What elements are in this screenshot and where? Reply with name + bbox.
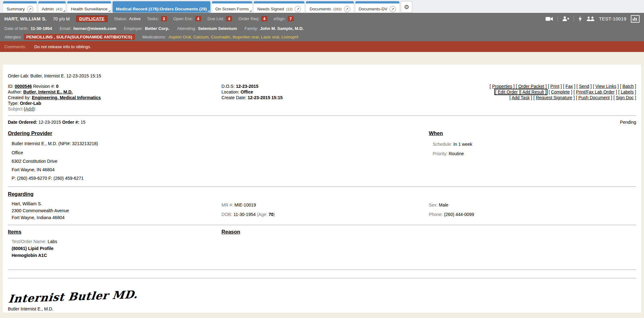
order-status: Pending bbox=[620, 120, 636, 125]
sex-value: Male bbox=[439, 202, 448, 207]
system-id: TEST-10019 bbox=[599, 16, 626, 21]
tab-admin[interactable]: Admin (41) bbox=[38, 1, 66, 13]
regarding-patient-block: Hart, William S. 2300 Commonwealth Avenu… bbox=[8, 200, 221, 221]
add-task-link[interactable]: Add Task bbox=[509, 95, 532, 100]
duplicate-badge[interactable]: DUPLICATE bbox=[76, 15, 108, 22]
tab-label: Summary bbox=[7, 7, 25, 11]
esign-count-badge[interactable]: 7 bbox=[288, 16, 294, 21]
video-camera-icon[interactable] bbox=[546, 16, 553, 21]
external-link-icon[interactable]: ↗ bbox=[295, 6, 301, 12]
batch-link[interactable]: Batch bbox=[620, 84, 636, 89]
patient-header-bar: HART, WILLIAM S. 70 y/o M DUPLICATE Stat… bbox=[0, 13, 644, 24]
tab-needs-signed[interactable]: Needs Signed (12) ↗ bbox=[254, 1, 304, 13]
author-link[interactable]: Butler, Internist E., M.D. bbox=[23, 89, 73, 94]
medication-link[interactable]: Lisinopril bbox=[279, 35, 298, 39]
create-date-value: 12-23-2015 15:15 bbox=[248, 95, 283, 100]
allergies-badge[interactable]: PENICILLINS , SULFA(SULFONAMIDE ANTIBIOT… bbox=[24, 34, 135, 40]
location-value: Office bbox=[241, 89, 253, 94]
medication-link[interactable]: Aspirin Oral bbox=[169, 35, 191, 39]
document-view: Order-Lab: Butler, Internist E. 12-23-20… bbox=[3, 65, 641, 313]
document-actions: Properties Order Packet Print Fax Send V… bbox=[404, 83, 636, 112]
tab-label: Admin bbox=[42, 7, 54, 11]
signature-image: Internist Butler MD. bbox=[8, 288, 138, 305]
email-value: horner@mieweb.com bbox=[73, 26, 116, 31]
tab-documents[interactable]: Documents (283) ↗ bbox=[306, 1, 353, 13]
open-enc-counter: Open Enc: 4 bbox=[173, 16, 201, 21]
settings-gear-button[interactable]: ⚙ bbox=[401, 1, 412, 13]
ordering-provider-block: Butler Internist E., M.D. (NPI#: 3213213… bbox=[8, 139, 429, 183]
add-result-link[interactable]: Add Result bbox=[520, 89, 546, 94]
complete-link[interactable]: Complete bbox=[548, 89, 572, 94]
regarding-heading: Regarding bbox=[8, 191, 636, 197]
bar-chart-icon[interactable] bbox=[631, 15, 640, 23]
tab-label: Medical Record (176):Orders Documents (2… bbox=[116, 7, 207, 11]
allergies-medications-row: Allergies: PENICILLINS , SULFA(SULFONAMI… bbox=[0, 33, 644, 41]
regarding-contact-block: Sex: Male Phone: (260) 444-0099 bbox=[429, 200, 636, 221]
patient-name: HART, WILLIAM S. bbox=[4, 16, 47, 21]
tasks-count-badge[interactable]: 3 bbox=[161, 16, 167, 21]
order-req-counter: Order Req: 4 bbox=[238, 16, 267, 21]
view-links-link[interactable]: View Links bbox=[593, 84, 619, 89]
tab-medical-record-orders-documents[interactable]: Medical Record (176):Orders Documents (2… bbox=[113, 1, 210, 13]
due-list-count-badge[interactable]: 4 bbox=[226, 16, 232, 21]
tab-count: (12) bbox=[286, 7, 292, 11]
tab-label: Health Surveillance bbox=[71, 7, 107, 11]
date-of-birth-value: 11-30-1954 bbox=[31, 26, 52, 31]
created-by-link[interactable]: Engineering, Medical Informatics bbox=[32, 95, 101, 100]
ordering-provider-heading: Ordering Provider bbox=[8, 130, 429, 136]
gear-icon: ⚙ bbox=[404, 3, 409, 11]
tab-bar: Summary ↗ Admin (41) Health Surveillance… bbox=[0, 0, 644, 13]
order-number-value: 15 bbox=[80, 120, 86, 125]
labels-link[interactable]: Labels bbox=[618, 89, 636, 94]
subject-add-link[interactable]: Add bbox=[24, 106, 36, 111]
print-link[interactable]: Print bbox=[548, 84, 562, 89]
external-link-icon[interactable]: ↗ bbox=[390, 6, 396, 12]
divider bbox=[8, 186, 636, 187]
regarding-mr-block: MR #: MIE-10019 DOB: 11-30-1954 (Age: 70… bbox=[221, 200, 429, 221]
tasks-counter: Tasks: 3 bbox=[147, 16, 167, 21]
external-link-icon[interactable]: ↗ bbox=[344, 6, 350, 12]
priority-value: Routine bbox=[449, 151, 464, 156]
order-packet-link[interactable]: Order Packet bbox=[516, 84, 547, 89]
tab-documents-dv[interactable]: Documents-DV ↗ bbox=[355, 1, 400, 13]
divider bbox=[8, 116, 636, 116]
items-block: Test/Order Name: Labs (80061) Lipid Prof… bbox=[8, 238, 636, 259]
order-item: Hemoglobin A1C bbox=[12, 252, 636, 259]
signature-block: Internist Butler MD. Butler Internist E.… bbox=[8, 282, 636, 313]
age-value: 70 bbox=[269, 212, 274, 217]
tab-label: Documents bbox=[309, 7, 331, 11]
employer-value: Better Corp. bbox=[145, 26, 169, 31]
attending-value: Selenium Selenium bbox=[198, 26, 237, 31]
lightning-icon[interactable] bbox=[578, 16, 582, 22]
print-fax-lab-order-link[interactable]: Print/Fax Lab Order bbox=[574, 89, 617, 94]
sign-doc-link[interactable]: Sign Doc bbox=[613, 95, 636, 100]
medication-link[interactable]: Calcium bbox=[191, 35, 208, 39]
open-enc-count-badge[interactable]: 4 bbox=[195, 16, 201, 21]
signer-name: Butler Internist E., M.D. bbox=[8, 306, 636, 312]
person-add-icon[interactable] bbox=[562, 16, 569, 21]
document-id-link[interactable]: 0000546 bbox=[15, 84, 32, 89]
signature-datetime: 12-23-2015 15:15 bbox=[8, 312, 636, 313]
external-link-icon[interactable]: ↗ bbox=[27, 6, 33, 12]
tab-health-surveillance[interactable]: Health Surveillance bbox=[67, 1, 111, 13]
push-document-link[interactable]: Push Document bbox=[576, 95, 612, 100]
divider bbox=[558, 16, 558, 22]
request-signature-link[interactable]: Request Signature bbox=[533, 95, 575, 100]
divider bbox=[574, 16, 574, 22]
tab-label: Documents-DV bbox=[359, 7, 388, 11]
medication-link[interactable]: Lasix oral bbox=[258, 35, 279, 39]
order-req-count-badge[interactable]: 4 bbox=[261, 16, 267, 21]
send-link[interactable]: Send bbox=[576, 84, 591, 89]
medication-link[interactable]: ibuprofen oral bbox=[230, 35, 258, 39]
esign-counter: eSign: 7 bbox=[274, 16, 294, 21]
tab-on-screen-forms[interactable]: On Screen Forms bbox=[212, 1, 253, 13]
fax-link[interactable]: Fax bbox=[563, 84, 575, 89]
people-icon[interactable] bbox=[586, 16, 595, 21]
items-heading: Items bbox=[8, 229, 21, 235]
tab-summary[interactable]: Summary ↗ bbox=[3, 1, 37, 13]
medication-link[interactable]: Coumadin bbox=[208, 35, 230, 39]
divider bbox=[8, 278, 636, 278]
schedule-value: In 1 week bbox=[453, 142, 472, 147]
edit-order-link[interactable]: Edit Order bbox=[495, 89, 520, 94]
properties-link[interactable]: Properties bbox=[490, 84, 514, 89]
